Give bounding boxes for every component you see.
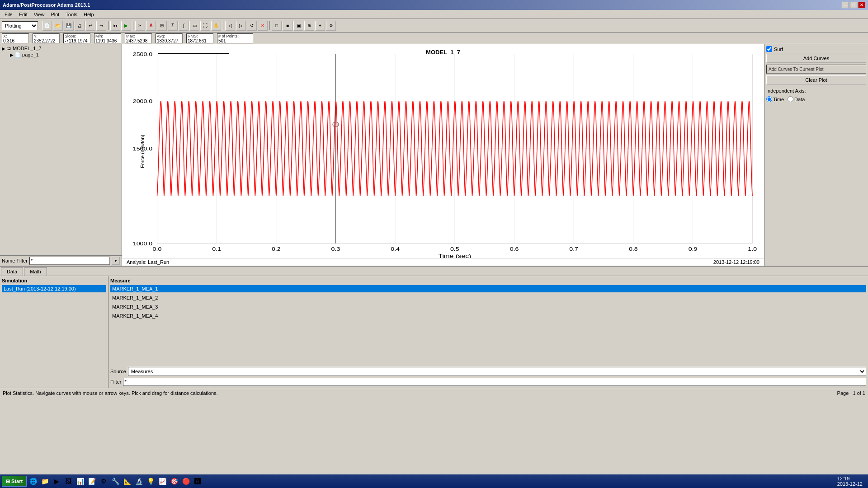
menu-file[interactable]: File [2, 11, 15, 18]
tab-data[interactable]: Data [1, 267, 23, 276]
max-stat: Max: 2437.5298 [125, 33, 152, 43]
start-button[interactable]: ⏮ [110, 21, 120, 31]
page-value: 1 of 1 [853, 390, 865, 396]
surf-label: Surf [774, 47, 783, 52]
taskbar-app6-icon[interactable]: 🔬 [133, 476, 144, 487]
filter-label: Filter [110, 379, 121, 385]
toolbar-separator-1 [40, 21, 40, 30]
source-row: Source Measures [110, 367, 866, 376]
menu-plot[interactable]: Plot [48, 11, 62, 18]
right-arrow-button[interactable]: ▷ [236, 21, 246, 31]
clear-plot-button[interactable]: Clear Plot [766, 75, 866, 84]
refresh-button[interactable]: ↺ [247, 21, 257, 31]
cut-button[interactable]: ✂ [135, 21, 145, 31]
nav2-button[interactable]: ⊕ [304, 21, 314, 31]
maximize-button[interactable]: □ [850, 2, 857, 8]
close-button[interactable]: ✕ [858, 2, 865, 8]
filter-input[interactable] [123, 378, 866, 386]
measure-panel: Measure MARKER_1_MEA_1 MARKER_1_MEA_2 MA… [108, 276, 868, 388]
filter-row: Filter [110, 378, 866, 386]
grid-button[interactable]: ⊞ [157, 21, 167, 31]
new-button[interactable]: 📄 [42, 21, 52, 31]
svg-text:0.8: 0.8 [629, 246, 638, 252]
tree-page-icon: ▶ [10, 52, 14, 57]
tree-expand-icon: ▶ [2, 46, 5, 51]
surf-checkbox[interactable] [766, 46, 772, 52]
sigma-button[interactable]: Σ [168, 21, 178, 31]
svg-text:0.6: 0.6 [510, 246, 519, 252]
toolbar-separator-5 [269, 21, 270, 30]
print-button[interactable]: 🖨 [75, 21, 85, 31]
measure-row-2[interactable]: MARKER_1_MEA_3 [110, 303, 866, 310]
taskbar-time: 12:19 2013-12-12 [834, 476, 866, 487]
plus-button[interactable]: + [315, 21, 325, 31]
open-button[interactable]: 📂 [53, 21, 63, 31]
menu-tools[interactable]: Tools [63, 11, 80, 18]
taskbar-photos-icon[interactable]: 🖼 [63, 476, 74, 487]
menu-help[interactable]: Help [81, 11, 97, 18]
svg-text:0.1: 0.1 [212, 246, 221, 252]
taskbar-app1-icon[interactable]: 📊 [75, 476, 85, 487]
measure-row-3[interactable]: MARKER_1_MEA_4 [110, 312, 866, 319]
tree-item-page[interactable]: ▶ 📄 page_1 [1, 52, 121, 58]
box-button[interactable]: ▭ [189, 21, 199, 31]
taskbar-app3-icon[interactable]: ⚙ [98, 476, 109, 487]
menu-edit[interactable]: Edit [16, 11, 30, 18]
radio-time[interactable]: Time [766, 96, 784, 102]
add-curves-button[interactable]: Add Curves [766, 54, 866, 63]
svg-text:1.0: 1.0 [748, 246, 757, 252]
abc-button[interactable]: A [146, 21, 156, 31]
source-label: Source [110, 369, 126, 374]
measure-row-1[interactable]: MARKER_1_MEA_2 [110, 294, 866, 301]
tree-item-model[interactable]: ▶ 🗂 MODEL_1_7 [1, 45, 121, 52]
yellow-button[interactable]: ▣ [293, 21, 303, 31]
stop-button[interactable]: ✕ [258, 21, 268, 31]
titlebar-title: Adams/PostProcessor Adams 2013.1 [3, 2, 90, 8]
hand-button[interactable]: ✋ [211, 21, 221, 31]
undo-button[interactable]: ↩ [85, 21, 95, 31]
taskbar-app11-icon[interactable]: 🅰 [192, 476, 203, 487]
taskbar-app9-icon[interactable]: 🎯 [169, 476, 179, 487]
save-button[interactable]: 💾 [64, 21, 74, 31]
radio-data[interactable]: Data [788, 96, 805, 102]
taskbar-app5-icon[interactable]: 📐 [122, 476, 132, 487]
name-filter-area: Name Filter ▼ [0, 255, 122, 266]
menu-view[interactable]: View [31, 11, 47, 18]
taskbar-app7-icon[interactable]: 💡 [145, 476, 156, 487]
mode-combo[interactable]: Plotting [2, 21, 38, 30]
taskbar-media-icon[interactable]: ▶ [51, 476, 62, 487]
tab-math[interactable]: Math [24, 267, 47, 276]
simulation-panel: Simulation Last_Run (2013-12-12 12:19:00… [0, 276, 108, 388]
taskbar-app4-icon[interactable]: 🔧 [110, 476, 121, 487]
toolbar: Plotting 📄 📂 💾 🖨 ↩ ↪ ⏮ ▶ ✂ A ⊞ Σ ∫ ▭ ⛶ ✋… [0, 19, 868, 33]
measure-row-0[interactable]: MARKER_1_MEA_1 [110, 285, 866, 292]
radio-data-input[interactable] [788, 96, 793, 102]
settings-button[interactable]: ⚙ [326, 21, 336, 31]
radio-time-input[interactable] [766, 96, 772, 102]
left-arrow-button[interactable]: ◁ [225, 21, 235, 31]
taskbar-folder-icon[interactable]: 📁 [39, 476, 50, 487]
datetime-label: 2013-12-12 12:19:00 [713, 259, 760, 265]
minimize-button[interactable]: ─ [842, 2, 849, 8]
right-panel: Surf Add Curves Add Curves To Current Pl… [764, 44, 868, 266]
play-button[interactable]: ▶ [121, 21, 131, 31]
taskbar-app10-icon[interactable]: 🔴 [180, 476, 191, 487]
start-button[interactable]: ⊞ Start [2, 476, 27, 487]
curve-button[interactable]: ∫ [179, 21, 189, 31]
name-filter-input[interactable] [29, 257, 110, 265]
fullscreen-button[interactable]: ⛶ [200, 21, 210, 31]
svg-text:Time (sec): Time (sec) [439, 253, 472, 258]
taskbar-app8-icon[interactable]: 📈 [157, 476, 168, 487]
source-combo[interactable]: Measures [128, 367, 866, 376]
taskbar: ⊞ Start 🌐 📁 ▶ 🖼 📊 📝 ⚙ 🔧 📐 🔬 💡 📈 🎯 🔴 🅰 12… [0, 474, 868, 488]
taskbar-app2-icon[interactable]: 📝 [86, 476, 97, 487]
taskbar-ie-icon[interactable]: 🌐 [28, 476, 38, 487]
light-button[interactable]: □ [272, 21, 282, 31]
name-filter-dropdown[interactable]: ▼ [112, 257, 120, 265]
simulation-row[interactable]: Last_Run (2013-12-12 12:19:00) [2, 285, 106, 292]
redo-button[interactable]: ↪ [96, 21, 106, 31]
dark-button[interactable]: ■ [283, 21, 292, 31]
surf-checkbox-row: Surf [766, 46, 866, 52]
left-panel: ▶ 🗂 MODEL_1_7 ▶ 📄 page_1 Name Filter ▼ [0, 44, 122, 266]
bottom-content: Simulation Last_Run (2013-12-12 12:19:00… [0, 276, 868, 388]
